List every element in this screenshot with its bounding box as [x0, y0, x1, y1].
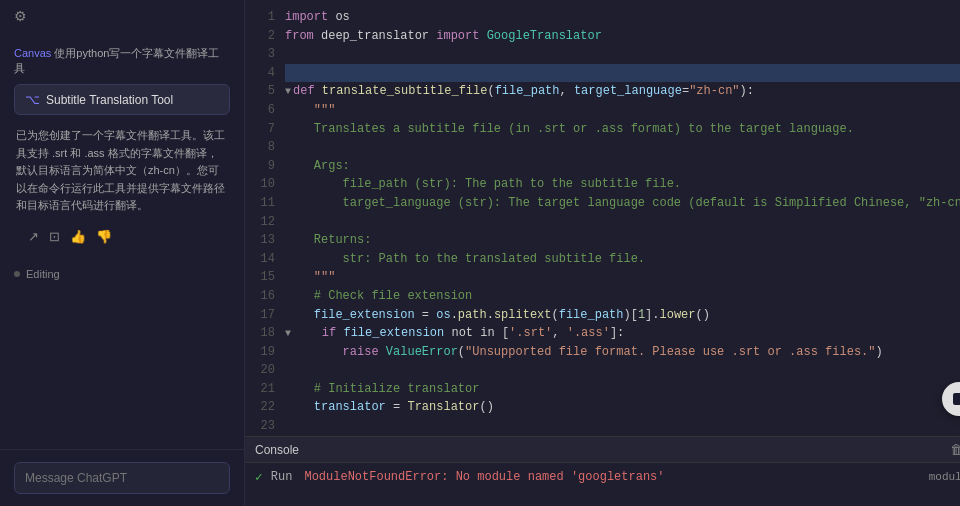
canvas-row: Canvas 使用python写一个字幕文件翻译工具	[14, 46, 230, 76]
line-numbers: 1 2 3 4 5 6 7 8 9 10 11 12 13 14 15 16 1…	[245, 0, 281, 436]
code-line	[285, 361, 960, 380]
code-line	[285, 417, 960, 436]
subtitle-tool-button[interactable]: ⌥ Subtitle Translation Tool	[14, 84, 230, 115]
code-line: Args:	[285, 157, 960, 176]
sidebar: ⚙ Canvas 使用python写一个字幕文件翻译工具 ⌥ Subtitle …	[0, 0, 245, 506]
code-line: ▼ if file_extension not in ['.srt', '.as…	[285, 324, 960, 343]
message-input[interactable]	[14, 462, 230, 494]
code-line: """	[285, 268, 960, 287]
main-area: 1 2 3 4 5 6 7 8 9 10 11 12 13 14 15 16 1…	[245, 0, 960, 506]
canvas-label: Canvas	[14, 47, 51, 59]
code-line	[285, 213, 960, 232]
trash-icon[interactable]: 🗑	[950, 442, 960, 457]
code-line: """	[285, 101, 960, 120]
code-line: str: Path to the translated subtitle fil…	[285, 250, 960, 269]
code-line: import os	[285, 8, 960, 27]
sidebar-bottom	[0, 449, 244, 506]
code-line: # Initialize translator	[285, 380, 960, 399]
code-content: import os from deep_translator import Go…	[281, 0, 960, 436]
console-body: ✓ Run ModuleNotFoundError: No module nam…	[245, 463, 960, 491]
share-icon[interactable]: ↗	[28, 229, 39, 244]
console-header: Console 🗑 ✕	[245, 437, 960, 463]
code-line: file_extension = os.path.splitext(file_p…	[285, 306, 960, 325]
code-line: raise ValueError("Unsupported file forma…	[285, 343, 960, 362]
code-icon: ⌥	[25, 92, 40, 107]
editing-dot	[14, 271, 20, 277]
code-line: translator = Translator()	[285, 398, 960, 417]
code-lines: 1 2 3 4 5 6 7 8 9 10 11 12 13 14 15 16 1…	[245, 0, 960, 436]
code-line: Translates a subtitle file (in .srt or .…	[285, 120, 960, 139]
code-line	[285, 138, 960, 157]
copy-icon[interactable]: ⊡	[49, 229, 60, 244]
check-icon: ✓	[255, 469, 263, 485]
subtitle-tool-label: Subtitle Translation Tool	[46, 93, 173, 107]
description-text: 已为您创建了一个字幕文件翻译工具。该工具支持 .srt 和 .ass 格式的字幕…	[14, 127, 230, 215]
code-line-highlight	[285, 64, 960, 83]
thumbs-up-icon[interactable]: 👍	[70, 229, 86, 244]
editing-row: Editing	[0, 264, 244, 284]
code-line: ▼def translate_subtitle_file(file_path, …	[285, 82, 960, 101]
console-icons: 🗑 ✕	[950, 442, 960, 457]
thumbs-down-icon[interactable]: 👎	[96, 229, 112, 244]
code-line: from deep_translator import GoogleTransl…	[285, 27, 960, 46]
code-line: Returns:	[285, 231, 960, 250]
sidebar-icons-row: ↗ ⊡ 👍 👎	[14, 219, 230, 254]
run-label: Run	[271, 470, 293, 484]
code-line: file_path (str): The path to the subtitl…	[285, 175, 960, 194]
error-text: ModuleNotFoundError: No module named 'go…	[304, 470, 664, 484]
console-error-row: ✓ Run ModuleNotFoundError: No module nam…	[255, 469, 960, 485]
editing-label-text: Editing	[26, 268, 60, 280]
code-line: target_language (str): The target langua…	[285, 194, 960, 213]
console-title: Console	[255, 443, 299, 457]
code-line: # Check file extension	[285, 287, 960, 306]
gear-icon[interactable]: ⚙	[14, 8, 27, 24]
stop-icon	[953, 393, 960, 405]
code-line	[285, 45, 960, 64]
console-panel: Console 🗑 ✕ ✓ Run ModuleNotFoundError: N…	[245, 436, 960, 506]
module-ref: module:3	[929, 471, 960, 483]
code-editor: 1 2 3 4 5 6 7 8 9 10 11 12 13 14 15 16 1…	[245, 0, 960, 436]
